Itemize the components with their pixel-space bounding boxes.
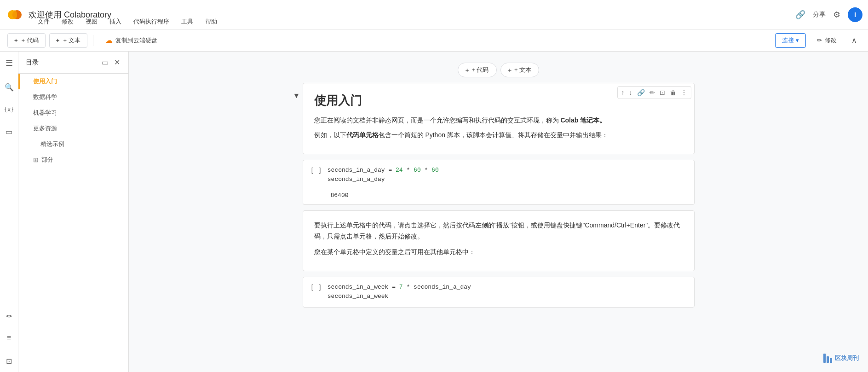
code-line-2: seconds_in_a_day <box>328 175 687 185</box>
code-output-1: 86400 <box>303 190 694 204</box>
code-line-4: seconds_in_a_week <box>328 292 687 302</box>
text-cell-wrapper: ▼ ↑ ↓ 🔗 ✏ ⊡ 🗑 ⋮ 使用入门 您正在阅读的文档并非静态网页，而是一个… <box>303 83 695 154</box>
menu-tools[interactable]: 工具 <box>179 17 195 27</box>
sidebar-item-intro[interactable]: 使用入门 <box>18 74 128 89</box>
settings-strip-icon[interactable]: ⊡ <box>3 354 15 368</box>
colab-logo <box>6 6 24 24</box>
pencil-icon: ✏ <box>817 37 822 44</box>
sidebar-item-datascience[interactable]: 数据科学 <box>18 89 128 105</box>
move-down-icon[interactable]: ↓ <box>627 87 634 98</box>
cell-collapse-arrow[interactable]: ▼ <box>293 92 300 100</box>
watermark: 区块周刊 <box>823 354 859 363</box>
code-cell-inner-2: [ ] seconds_in_a_week = 7 * seconds_in_a… <box>303 277 694 308</box>
plus-icon: + <box>14 37 18 44</box>
variables-icon[interactable]: {x} <box>1 104 17 116</box>
sidebar-window-icon[interactable]: ▭ <box>101 57 109 68</box>
collapse-button[interactable]: ∧ <box>848 34 861 46</box>
cell-action-bar: ↑ ↓ 🔗 ✏ ⊡ 🗑 ⋮ <box>617 86 691 99</box>
sidebar-title: 目录 <box>26 58 39 67</box>
code-content-2: seconds_in_a_week = 7 * seconds_in_a_day… <box>328 283 687 302</box>
code-cell-2[interactable]: [ ] seconds_in_a_week = 7 * seconds_in_a… <box>303 277 695 308</box>
user-avatar[interactable]: I <box>848 7 862 22</box>
files-icon[interactable]: ▭ <box>3 125 15 139</box>
link-icon: 🔗 <box>795 10 805 20</box>
paragraph2: 例如，以下代码单元格包含一个简短的 Python 脚本，该脚本会计算值、将其存储… <box>314 130 683 141</box>
sidebar-nav: 使用入门 数据科学 机器学习 更多资源 精选示例 ⊞ 部分 <box>18 74 128 168</box>
edit-label: 修改 <box>825 36 837 45</box>
code-icon[interactable]: <> <box>3 310 15 322</box>
terminal-icon[interactable]: ≡ <box>4 331 14 345</box>
sidebar-section-add[interactable]: ⊞ 部分 <box>18 152 128 168</box>
share-label: 分享 <box>813 11 826 19</box>
chevron-up-icon: ∧ <box>851 36 857 44</box>
code-line-1: seconds_in_a_day = 24 * 60 * 60 <box>328 166 687 175</box>
code-cell-inner-1: [ ] seconds_in_a_day = 24 * 60 * 60 <box>303 160 694 191</box>
copy-drive-label: 复制到云端硬盘 <box>115 36 157 45</box>
move-up-icon[interactable]: ↑ <box>620 87 627 98</box>
connect-label: 连接 <box>782 36 794 45</box>
paragraph4: 您在某个单元格中定义的变量之后可用在其他单元格中： <box>314 247 683 258</box>
menu-file[interactable]: 文件 <box>36 17 52 27</box>
add-text-label: + 文本 <box>63 36 80 45</box>
menu-insert[interactable]: 插入 <box>108 17 123 27</box>
run-button-2[interactable]: [ ] <box>310 283 322 291</box>
cell-add-code-button[interactable]: + + 代码 <box>458 63 497 77</box>
left-icon-strip: ☰ 🔍 {x} ▭ <> ≡ ⊡ <box>0 52 18 372</box>
chevron-down-icon: ▾ <box>796 37 799 44</box>
add-code-label: + 代码 <box>22 36 39 45</box>
paragraph1: 您正在阅读的文档并非静态网页，而是一个允许您编写和执行代码的交互式环境，称为 C… <box>314 115 683 126</box>
cell-edit-icon[interactable]: ✏ <box>648 87 657 98</box>
run-button-1[interactable]: [ ] <box>310 166 322 174</box>
edit-button[interactable]: ✏ 修改 <box>811 34 843 47</box>
code-cell-1[interactable]: [ ] seconds_in_a_day = 24 * 60 * 60 <box>303 160 695 205</box>
cell-delete-icon[interactable]: 🗑 <box>668 87 678 98</box>
cell-link-icon[interactable]: 🔗 <box>635 87 647 98</box>
sidebar-item-examples[interactable]: 精选示例 <box>18 136 128 152</box>
sidebar-item-ml[interactable]: 机器学习 <box>18 105 128 121</box>
plus-section-icon: ⊞ <box>33 156 39 163</box>
sidebar-item-resources[interactable]: 更多资源 <box>18 121 128 136</box>
main-content: + + 代码 + + 文本 ▼ ↑ ↓ 🔗 <box>129 52 868 372</box>
link-button[interactable]: 🔗 <box>795 10 805 20</box>
menu-edit[interactable]: 修改 <box>60 17 75 27</box>
share-button[interactable]: 分享 <box>813 11 826 19</box>
connect-button[interactable]: 连接 ▾ <box>775 33 806 48</box>
cell-add-text-button[interactable]: + + 文本 <box>500 63 540 77</box>
code-line-3: seconds_in_a_week = 7 * seconds_in_a_day <box>328 283 687 292</box>
cell-plus-icon: + <box>466 67 469 74</box>
svg-point-3 <box>12 10 17 19</box>
cell-toolbar-top: + + 代码 + + 文本 <box>303 59 695 81</box>
copy-to-drive-button[interactable]: ☁ 复制到云端硬盘 <box>99 33 164 47</box>
paragraph3: 要执行上述单元格中的代码，请点击选择它，然后按代码左侧的"播放"按钮，或使用键盘… <box>314 220 683 242</box>
drive-icon: ☁ <box>105 36 113 45</box>
plus-text-icon: + <box>56 37 60 44</box>
gear-icon: ⚙ <box>833 10 840 20</box>
menu-icon[interactable]: ☰ <box>3 55 16 71</box>
settings-button[interactable]: ⚙ <box>833 10 840 20</box>
sidebar: 目录 ▭ ✕ 使用入门 数据科学 机器学习 更多资源 精选示例 ⊞ <box>18 52 129 372</box>
second-toolbar: + + 代码 + + 文本 ☁ 复制到云端硬盘 连接 ▾ ✏ 修改 ∧ <box>0 29 868 52</box>
code-content-1: seconds_in_a_day = 24 * 60 * 60 seconds_… <box>328 166 687 185</box>
menu-help[interactable]: 帮助 <box>203 17 219 27</box>
cell-expand-icon[interactable]: ⊡ <box>658 87 667 98</box>
top-header: 欢迎使用 Colaboratory 文件 修改 视图 插入 代码执行程序 工具 … <box>0 0 868 29</box>
section-label: 部分 <box>41 156 53 164</box>
text-cell-intro: ▼ ↑ ↓ 🔗 ✏ ⊡ 🗑 ⋮ 使用入门 您正在阅读的文档并非静态网页，而是一个… <box>303 83 695 154</box>
watermark-text: 区块周刊 <box>835 354 859 362</box>
add-code-button[interactable]: + + 代码 <box>7 33 46 48</box>
cell-text-plus-icon: + <box>508 67 512 74</box>
cell-more-icon[interactable]: ⋮ <box>679 87 689 98</box>
text-cell-para3: 要执行上述单元格中的代码，请点击选择它，然后按代码左侧的"播放"按钮，或使用键盘… <box>303 210 695 271</box>
add-text-button[interactable]: + + 文本 <box>49 33 87 48</box>
menu-view[interactable]: 视图 <box>84 17 99 27</box>
search-icon[interactable]: 🔍 <box>2 80 17 94</box>
sidebar-header-icons: ▭ ✕ <box>101 57 121 68</box>
right-toolbar: 连接 ▾ ✏ 修改 ∧ <box>775 33 861 48</box>
main-layout: ☰ 🔍 {x} ▭ <> ≡ ⊡ 目录 ▭ ✕ 使用入门 数据科学 机器学习 <box>0 52 868 372</box>
sidebar-close-icon[interactable]: ✕ <box>113 57 121 68</box>
header-right: 🔗 分享 ⚙ I <box>795 7 862 22</box>
menu-runtime[interactable]: 代码执行程序 <box>132 17 171 27</box>
watermark-logo <box>823 354 832 363</box>
sidebar-header: 目录 ▭ ✕ <box>18 52 128 74</box>
toolbar-divider <box>93 35 93 46</box>
